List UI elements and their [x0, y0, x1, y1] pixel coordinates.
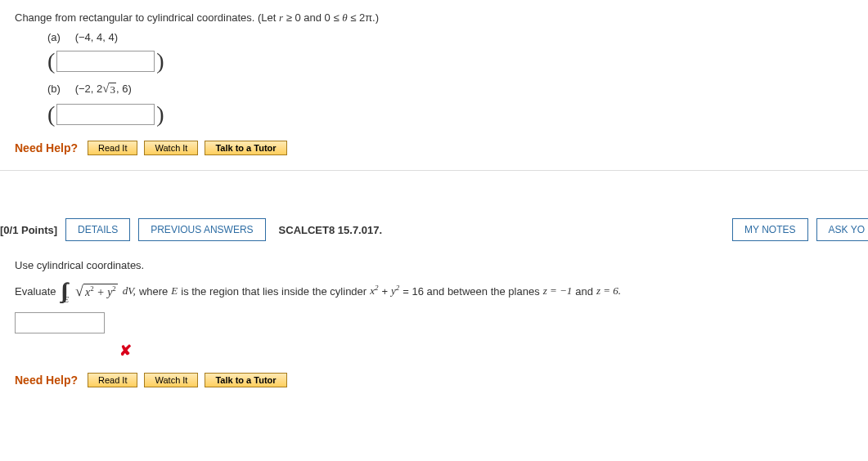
eqn-x2: x2 — [370, 284, 378, 298]
feedback-row: ✘ — [15, 342, 853, 360]
part-a-coords: (−4, 4, 4) — [75, 31, 118, 43]
eqn-y2: y2 — [391, 284, 399, 298]
details-button[interactable]: DETAILS — [65, 218, 130, 241]
q1-cond1: ≥ 0 and 0 ≤ — [283, 11, 342, 24]
answer-row — [15, 311, 853, 333]
header-right: MY NOTES ASK YO — [732, 218, 868, 241]
read-it-button[interactable]: Read It — [88, 373, 137, 387]
z-upper: z = 6. — [596, 284, 621, 298]
region-text: is the region that lies inside the cylin… — [181, 285, 367, 298]
need-help-row: Need Help? Read It Watch It Talk to a Tu… — [15, 141, 853, 155]
q2-prompt: Use cylindrical coordinates. — [15, 259, 853, 271]
need-help-label: Need Help? — [15, 374, 78, 387]
q1-prompt-prefix: Change from rectangular to cylindrical c… — [15, 11, 279, 24]
q1-prompt: Change from rectangular to cylindrical c… — [15, 11, 853, 25]
where-text: where — [139, 285, 168, 298]
evaluate-label: Evaluate — [15, 285, 56, 298]
part-b: (b) (−2, 2√3, 6) ( ) — [47, 83, 853, 128]
paren-close: ) — [156, 101, 164, 128]
paren-close: ) — [156, 48, 164, 74]
part-b-radicand: 3 — [109, 83, 116, 96]
radical-icon: √ — [75, 284, 83, 298]
part-a-answer: ( ) — [47, 48, 853, 74]
read-it-button[interactable]: Read It — [88, 141, 137, 155]
z-lower: z = −1 — [543, 284, 573, 298]
part-b-input[interactable] — [56, 104, 155, 125]
part-b-label: (b) — [47, 83, 72, 95]
part-b-coords: (−2, 2√3, 6) — [75, 83, 132, 95]
dv-label: dV, — [123, 284, 136, 298]
radicand: x2 + y2 — [83, 284, 118, 299]
evaluate-row: Evaluate ∫∫∫E √ x2 + y2 dV, where E is t… — [15, 283, 853, 299]
part-a-label: (a) — [47, 31, 72, 43]
part-a: (a) (−4, 4, 4) ( ) — [47, 31, 853, 74]
source-label: SCALCET8 15.7.017. — [279, 224, 382, 236]
part-a-input[interactable] — [56, 51, 155, 72]
q2-header: [0/1 Points] DETAILS PREVIOUS ANSWERS SC… — [0, 212, 868, 248]
part-b-pre: (−2, 2 — [75, 83, 103, 95]
q2-answer-input[interactable] — [15, 312, 105, 333]
sqrt-icon: √3 — [102, 83, 116, 96]
part-b-post: , 6) — [116, 83, 132, 95]
paren-open: ( — [47, 101, 55, 128]
need-help-label: Need Help? — [15, 141, 78, 154]
question-1: Change from rectangular to cylindrical c… — [0, 0, 868, 171]
talk-to-tutor-button[interactable]: Talk to a Tutor — [205, 141, 286, 155]
my-notes-button[interactable]: MY NOTES — [732, 218, 807, 241]
part-b-answer: ( ) — [47, 101, 853, 128]
need-help-row-2: Need Help? Read It Watch It Talk to a Tu… — [15, 373, 853, 387]
eqn-rhs: = 16 and between the planes — [403, 285, 539, 298]
watch-it-button[interactable]: Watch It — [144, 373, 198, 387]
wrong-icon: ✘ — [119, 342, 132, 360]
previous-answers-button[interactable]: PREVIOUS ANSWERS — [138, 218, 265, 241]
question-2: Use cylindrical coordinates. Evaluate ∫∫… — [0, 248, 868, 399]
ask-teacher-button[interactable]: ASK YO — [816, 218, 868, 241]
region-E: E — [171, 284, 178, 298]
points-label: [0/1 Points] — [0, 224, 57, 236]
watch-it-button[interactable]: Watch It — [144, 141, 198, 155]
sqrt-expr: √ x2 + y2 — [75, 284, 118, 299]
q1-cond2: ≤ 2π.) — [348, 11, 380, 24]
region-E-sub: E — [64, 295, 69, 304]
and-text: and — [575, 285, 593, 298]
paren-open: ( — [47, 48, 55, 74]
plus: + — [381, 285, 388, 298]
talk-to-tutor-button[interactable]: Talk to a Tutor — [205, 373, 286, 387]
